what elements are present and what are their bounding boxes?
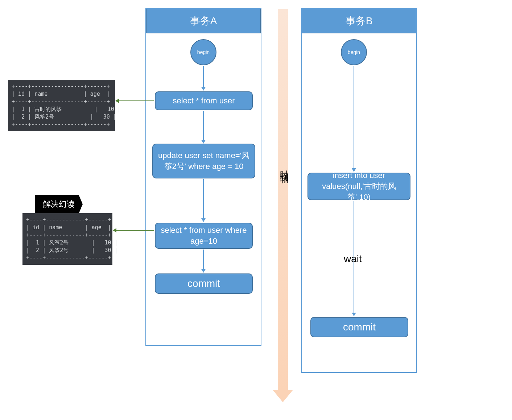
node-a-commit-label: commit [187, 277, 220, 291]
node-a-select1-label: select * from user [173, 95, 235, 106]
arrow-b-begin-insert [354, 66, 354, 170]
db-table-2: +----+------------+------+ | id | name |… [22, 213, 112, 265]
badge-phantom-read: 解决幻读 [35, 195, 83, 213]
lane-a-header: 事务A [146, 9, 261, 33]
timeline-label: 时间轴 [278, 163, 290, 170]
arrow-table1-line [119, 100, 154, 101]
arrow-a-select2-commit [203, 250, 204, 271]
node-a-select1: select * from user [155, 91, 253, 110]
node-a-select2-label: select * from user where age=10 [161, 225, 247, 246]
label-b-wait: wait [344, 253, 362, 265]
node-a-begin: begin [190, 39, 216, 65]
arrow-table2-line [116, 230, 154, 231]
arrow-a-select1-update [203, 111, 204, 141]
diagram-canvas: 事务A 事务B 时间轴 begin select * from user upd… [0, 0, 512, 420]
arrow-a-begin-select1 [203, 66, 204, 88]
node-a-select2: select * from user where age=10 [155, 223, 253, 249]
arrow-a-update-select2 [203, 179, 204, 220]
node-b-commit-label: commit [343, 320, 376, 334]
node-a-begin-label: begin [197, 49, 210, 55]
lane-b-header: 事务B [302, 9, 416, 33]
node-b-insert: insert into user values(null,'古时的风筝',10) [307, 173, 410, 200]
node-a-commit: commit [155, 273, 253, 294]
arrow-table1-head [115, 99, 119, 103]
node-b-begin-label: begin [348, 49, 360, 55]
node-b-begin: begin [341, 39, 367, 65]
db-table-1: +----+----------------+------+ | id | na… [8, 80, 115, 131]
node-a-update-label: update user set name='风筝2号' where age = … [158, 150, 249, 172]
timeline-arrow [278, 9, 288, 390]
node-b-commit: commit [310, 317, 408, 337]
node-b-insert-label: insert into user values(null,'古时的风筝',10) [313, 170, 405, 202]
arrow-table2-head [113, 228, 116, 232]
node-a-update: update user set name='风筝2号' where age = … [152, 144, 255, 178]
